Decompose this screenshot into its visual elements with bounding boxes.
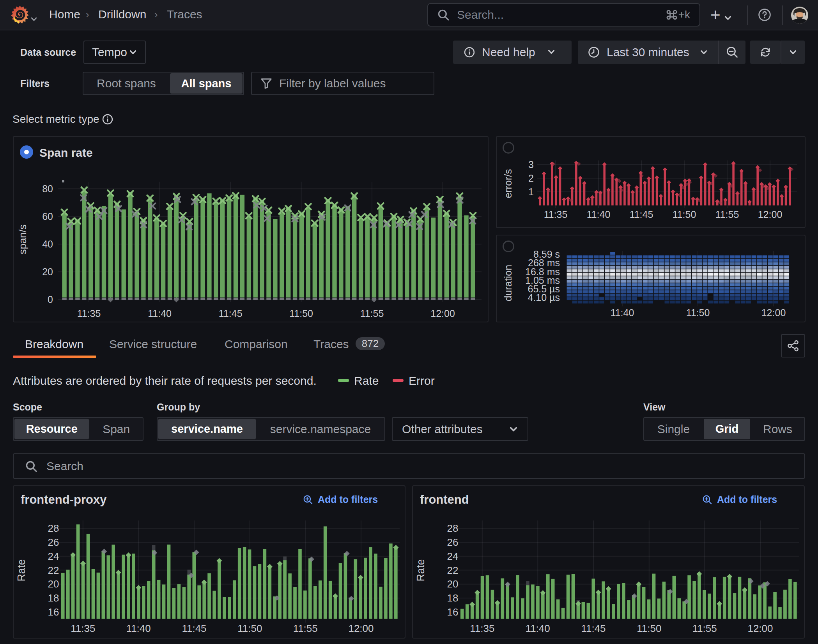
svg-text:11:45: 11:45 [630,209,653,220]
svg-text:18: 18 [447,592,459,604]
svg-text:3: 3 [528,159,534,170]
svg-text:26: 26 [48,536,59,548]
svg-text:11:35: 11:35 [470,623,494,634]
svg-text:11:35: 11:35 [71,623,95,634]
svg-text:24: 24 [447,550,459,562]
svg-text:22: 22 [48,564,59,576]
svg-text:12:00: 12:00 [761,307,786,318]
svg-text:span/s: span/s [17,225,28,255]
svg-text:Rate: Rate [16,559,27,581]
svg-text:11:35: 11:35 [544,209,568,220]
svg-text:20: 20 [48,578,59,590]
svg-text:11:45: 11:45 [219,308,243,319]
svg-text:11:45: 11:45 [581,623,606,634]
svg-text:26: 26 [447,536,459,548]
svg-text:2: 2 [528,173,534,184]
svg-text:20: 20 [447,578,459,590]
svg-text:Rate: Rate [415,559,427,581]
svg-text:11:55: 11:55 [692,623,717,634]
svg-text:11:55: 11:55 [293,623,318,634]
svg-text:16: 16 [447,606,459,618]
svg-text:11:55: 11:55 [715,209,739,220]
svg-text:12:00: 12:00 [348,623,374,634]
svg-text:11:40: 11:40 [587,209,611,220]
svg-text:12:00: 12:00 [430,308,455,319]
svg-text:11:50: 11:50 [686,307,710,318]
svg-text:11:40: 11:40 [148,308,172,319]
svg-text:80: 80 [42,183,53,194]
svg-text:4.10 µs: 4.10 µs [528,292,560,303]
svg-text:1: 1 [528,186,534,197]
svg-text:0: 0 [48,294,53,305]
svg-text:11:50: 11:50 [237,623,262,634]
svg-text:11:35: 11:35 [77,308,101,319]
svg-text:28: 28 [48,522,59,534]
svg-text:11:40: 11:40 [611,307,634,318]
svg-text:20: 20 [42,266,53,277]
svg-text:11:50: 11:50 [289,308,313,319]
svg-text:11:40: 11:40 [126,623,151,634]
svg-text:40: 40 [42,239,53,249]
svg-text:11:40: 11:40 [526,623,550,634]
svg-text:24: 24 [48,550,59,562]
svg-text:60: 60 [42,211,53,222]
svg-text:12:00: 12:00 [747,623,773,634]
svg-text:11:55: 11:55 [360,308,384,319]
svg-text:12:00: 12:00 [758,209,783,220]
svg-text:11:45: 11:45 [182,623,206,634]
svg-text:11:50: 11:50 [673,209,696,220]
svg-text:16: 16 [48,606,59,618]
svg-text:22: 22 [447,564,459,576]
svg-text:18: 18 [48,592,59,604]
svg-text:28: 28 [447,522,459,534]
svg-text:11:50: 11:50 [637,623,661,634]
